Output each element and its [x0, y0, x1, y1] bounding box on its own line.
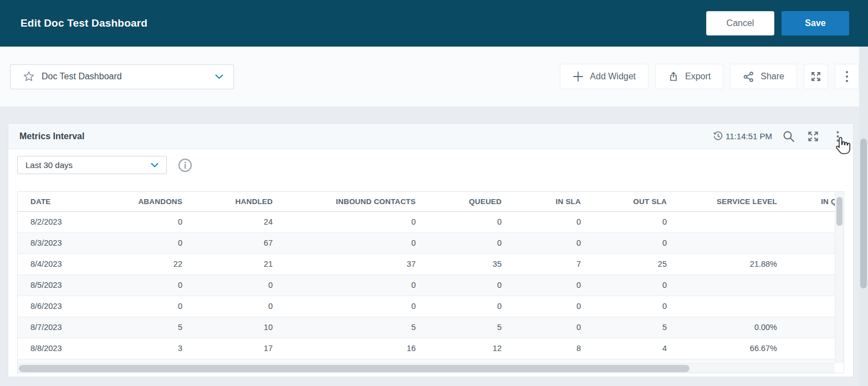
cell-value [793, 232, 835, 253]
column-header[interactable]: INBOUND CONTACTS [288, 192, 431, 211]
add-widget-label: Add Widget [590, 72, 636, 82]
column-header[interactable]: IN QUEUE [793, 192, 835, 211]
table-vertical-scrollbar[interactable] [835, 192, 844, 363]
cell-value [793, 253, 835, 275]
page-scrollbar[interactable] [859, 47, 868, 386]
cell-value: 0 [596, 211, 682, 232]
share-button[interactable]: Share [730, 64, 797, 89]
cancel-button[interactable]: Cancel [706, 11, 774, 35]
cell-value: 3 [95, 338, 198, 359]
table-row: 8/2/20230240000 [18, 211, 835, 232]
history-clock-icon [713, 131, 723, 141]
more-options-button[interactable] [835, 64, 859, 89]
cell-value [682, 211, 793, 232]
export-label: Export [685, 72, 711, 82]
cell-value: 5 [198, 359, 288, 363]
widget-menu-button[interactable] [830, 129, 845, 144]
cell-value: 5 [95, 317, 198, 338]
cell-value: 17 [198, 338, 288, 359]
table-row: 8/3/20230670000 [18, 232, 835, 253]
table-header-row: DATEABANDONSHANDLEDINBOUND CONTACTSQUEUE… [18, 192, 835, 211]
cell-value [793, 338, 835, 359]
cell-value: 21 [198, 253, 288, 275]
cell-value: 0 [517, 211, 596, 232]
column-header[interactable]: IN SLA [517, 192, 596, 211]
column-header[interactable]: DATE [18, 192, 95, 211]
metrics-interval-widget: Metrics Interval 11:14:51 PM [8, 123, 854, 377]
cell-value: 25 [596, 253, 682, 275]
cell-date: 8/7/2023 [18, 317, 95, 338]
cell-value [682, 296, 793, 317]
fullscreen-button[interactable] [804, 64, 828, 89]
cell-date: 8/6/2023 [18, 296, 95, 317]
refresh-timestamp: 11:14:51 PM [713, 131, 772, 141]
cell-value: 0 [517, 317, 596, 338]
save-button[interactable]: Save [782, 11, 849, 35]
widget-search-button[interactable] [781, 129, 796, 144]
horizontal-scrollbar-thumb[interactable] [19, 365, 690, 372]
info-icon[interactable] [178, 158, 192, 172]
cell-value: 5 [288, 317, 431, 338]
add-widget-button[interactable]: Add Widget [560, 64, 649, 89]
dashboard-selector-value: Doc Test Dashboard [42, 72, 215, 82]
column-header[interactable]: ABANDONS [95, 192, 198, 211]
cell-date: 8/2/2023 [18, 211, 95, 232]
cell-value: 37 [288, 253, 431, 275]
cell-value: 10 [198, 317, 288, 338]
cell-value: 0 [596, 232, 682, 253]
top-header: Edit Doc Test Dashboard Cancel Save [0, 0, 868, 47]
cell-value: 0 [431, 232, 517, 253]
cell-value: 0 [95, 275, 198, 296]
metrics-table: DATEABANDONSHANDLEDINBOUND CONTACTSQUEUE… [18, 192, 835, 363]
cell-value: 22 [95, 253, 198, 275]
table-row: 8/6/2023000000 [18, 296, 835, 317]
table-horizontal-scrollbar[interactable] [18, 363, 835, 373]
cell-value: 0 [95, 232, 198, 253]
widget-fullscreen-button[interactable] [805, 129, 821, 144]
cell-value: 0 [596, 359, 682, 363]
cell-value [793, 317, 835, 338]
kebab-menu-icon [845, 70, 849, 83]
cell-value: 0 [431, 275, 517, 296]
page-scrollbar-thumb[interactable] [860, 139, 867, 288]
cell-date: 8/9/2023 [18, 359, 95, 363]
cell-value: 5 [596, 317, 682, 338]
cell-value [682, 359, 793, 363]
table-row: 8/4/20232221373572521.88% [18, 253, 835, 275]
page-title: Edit Doc Test Dashboard [21, 17, 147, 29]
cell-value [793, 296, 835, 317]
cell-value: 66.67% [682, 338, 793, 359]
cell-value: 0 [288, 211, 431, 232]
column-header[interactable]: QUEUED [431, 192, 517, 211]
star-outline-icon [23, 70, 35, 83]
cell-value: 0 [431, 211, 517, 232]
cell-value: 0 [288, 232, 431, 253]
fullscreen-icon [810, 70, 822, 83]
metrics-table-container: DATEABANDONSHANDLEDINBOUND CONTACTSQUEUE… [17, 191, 844, 373]
table-row: 8/5/2023000000 [18, 275, 835, 296]
table-row: 8/8/202331716128466.67% [18, 338, 835, 359]
cell-value [793, 275, 835, 296]
cell-value: 5 [431, 317, 517, 338]
cell-date: 8/8/2023 [18, 338, 95, 359]
dashboard-selector[interactable]: Doc Test Dashboard [10, 64, 234, 89]
table-clip: DATEABANDONSHANDLEDINBOUND CONTACTSQUEUE… [18, 192, 835, 363]
export-button[interactable]: Export [655, 64, 723, 89]
dashboard-canvas: Metrics Interval 11:14:51 PM [0, 106, 868, 377]
cell-value: 0 [517, 359, 596, 363]
table-row: 8/9/2023353600 [18, 359, 835, 363]
column-header[interactable]: SERVICE LEVEL [682, 192, 793, 211]
widget-title: Metrics Interval [19, 131, 84, 141]
cell-value: 0 [198, 296, 288, 317]
cell-value: 16 [288, 338, 431, 359]
cell-value: 4 [596, 338, 682, 359]
widget-header-actions: 11:14:51 PM [713, 129, 845, 144]
cell-value [682, 275, 793, 296]
cell-value: 0 [198, 275, 288, 296]
column-header[interactable]: HANDLED [198, 192, 288, 211]
interval-select[interactable]: Last 30 days [17, 156, 167, 174]
vertical-scrollbar-thumb[interactable] [836, 197, 843, 226]
column-header[interactable]: OUT SLA [596, 192, 682, 211]
dashboard-toolbar: Doc Test Dashboard Add Widget Export Sha… [0, 47, 868, 106]
cell-value: 3 [288, 359, 431, 363]
